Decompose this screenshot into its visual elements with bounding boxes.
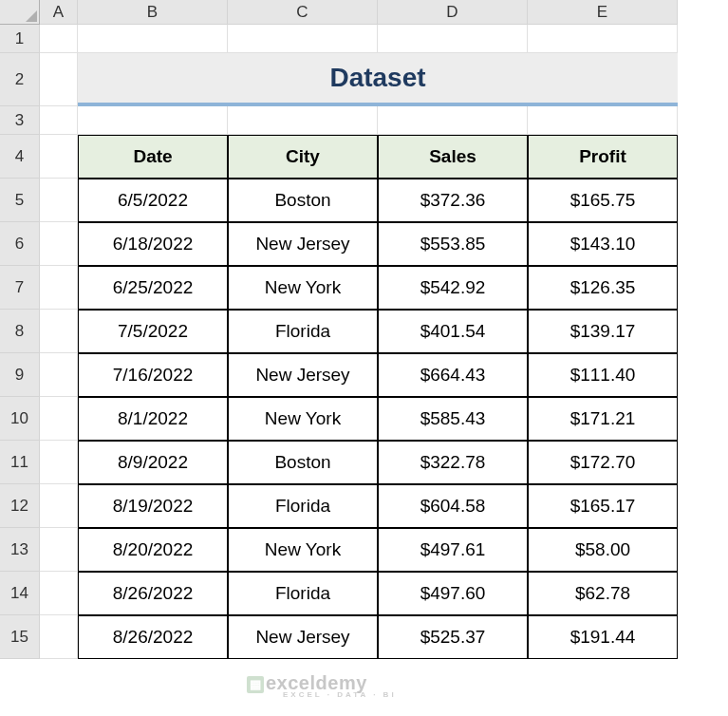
cell-A10[interactable] <box>40 397 78 441</box>
cell-A11[interactable] <box>40 441 78 484</box>
grid-icon: ▦ <box>247 676 264 693</box>
cell-date[interactable]: 8/9/2022 <box>78 441 228 484</box>
row-header-13[interactable]: 13 <box>0 528 40 572</box>
cell-sales[interactable]: $322.78 <box>378 441 528 484</box>
cell-sales[interactable]: $525.37 <box>378 615 528 659</box>
cell-sales[interactable]: $542.92 <box>378 266 528 310</box>
row-header-4[interactable]: 4 <box>0 135 40 179</box>
cell-E3[interactable] <box>528 106 678 135</box>
watermark-brand: exceldemy <box>266 672 367 693</box>
cell-B3[interactable] <box>78 106 228 135</box>
cell-A15[interactable] <box>40 615 78 659</box>
cell-A14[interactable] <box>40 572 78 615</box>
cell-profit[interactable]: $143.10 <box>528 222 678 266</box>
cell-A7[interactable] <box>40 266 78 310</box>
col-header-A[interactable]: A <box>40 0 78 25</box>
row-header-3[interactable]: 3 <box>0 106 40 135</box>
row-header-5[interactable]: 5 <box>0 179 40 222</box>
row-header-15[interactable]: 15 <box>0 615 40 659</box>
row-header-7[interactable]: 7 <box>0 266 40 310</box>
cell-A9[interactable] <box>40 353 78 397</box>
cell-profit[interactable]: $58.00 <box>528 528 678 572</box>
cell-A2[interactable] <box>40 53 78 106</box>
cell-city[interactable]: New Jersey <box>228 353 378 397</box>
cell-sales[interactable]: $553.85 <box>378 222 528 266</box>
spreadsheet-grid: A B C D E 1 2 Dataset 3 4 Date City Sale… <box>0 0 728 659</box>
col-header-D[interactable]: D <box>378 0 528 25</box>
row-header-6[interactable]: 6 <box>0 222 40 266</box>
cell-sales[interactable]: $585.43 <box>378 397 528 441</box>
col-header-E[interactable]: E <box>528 0 678 25</box>
cell-profit[interactable]: $111.40 <box>528 353 678 397</box>
cell-E1[interactable] <box>528 25 678 53</box>
cell-profit[interactable]: $126.35 <box>528 266 678 310</box>
cell-A3[interactable] <box>40 106 78 135</box>
cell-A6[interactable] <box>40 222 78 266</box>
row-header-10[interactable]: 10 <box>0 397 40 441</box>
table-header-city[interactable]: City <box>228 135 378 179</box>
watermark-tagline: EXCEL · DATA · BI <box>283 690 397 699</box>
row-header-1[interactable]: 1 <box>0 25 40 53</box>
cell-C3[interactable] <box>228 106 378 135</box>
col-header-B[interactable]: B <box>78 0 228 25</box>
col-header-C[interactable]: C <box>228 0 378 25</box>
cell-D1[interactable] <box>378 25 528 53</box>
cell-date[interactable]: 8/26/2022 <box>78 615 228 659</box>
row-header-12[interactable]: 12 <box>0 484 40 528</box>
cell-date[interactable]: 8/19/2022 <box>78 484 228 528</box>
cell-A4[interactable] <box>40 135 78 179</box>
dataset-title[interactable]: Dataset <box>78 53 678 106</box>
row-header-11[interactable]: 11 <box>0 441 40 484</box>
cell-city[interactable]: Florida <box>228 484 378 528</box>
cell-date[interactable]: 8/26/2022 <box>78 572 228 615</box>
cell-date[interactable]: 6/18/2022 <box>78 222 228 266</box>
watermark: ▦exceldemy EXCEL · DATA · BI <box>247 672 397 699</box>
cell-city[interactable]: New York <box>228 266 378 310</box>
cell-profit[interactable]: $165.75 <box>528 179 678 222</box>
cell-city[interactable]: New York <box>228 397 378 441</box>
cell-city[interactable]: Boston <box>228 179 378 222</box>
select-all-corner[interactable] <box>0 0 40 25</box>
row-header-2[interactable]: 2 <box>0 53 40 106</box>
table-header-sales[interactable]: Sales <box>378 135 528 179</box>
cell-sales[interactable]: $664.43 <box>378 353 528 397</box>
cell-profit[interactable]: $165.17 <box>528 484 678 528</box>
row-header-8[interactable]: 8 <box>0 310 40 353</box>
cell-profit[interactable]: $139.17 <box>528 310 678 353</box>
cell-date[interactable]: 8/1/2022 <box>78 397 228 441</box>
cell-city[interactable]: New Jersey <box>228 615 378 659</box>
cell-date[interactable]: 7/16/2022 <box>78 353 228 397</box>
cell-city[interactable]: Florida <box>228 310 378 353</box>
cell-city[interactable]: New York <box>228 528 378 572</box>
cell-sales[interactable]: $604.58 <box>378 484 528 528</box>
row-header-14[interactable]: 14 <box>0 572 40 615</box>
cell-city[interactable]: Florida <box>228 572 378 615</box>
cell-profit[interactable]: $191.44 <box>528 615 678 659</box>
cell-profit[interactable]: $172.70 <box>528 441 678 484</box>
cell-date[interactable]: 6/25/2022 <box>78 266 228 310</box>
cell-A1[interactable] <box>40 25 78 53</box>
row-header-9[interactable]: 9 <box>0 353 40 397</box>
cell-sales[interactable]: $497.60 <box>378 572 528 615</box>
cell-sales[interactable]: $401.54 <box>378 310 528 353</box>
cell-C1[interactable] <box>228 25 378 53</box>
cell-A5[interactable] <box>40 179 78 222</box>
cell-profit[interactable]: $171.21 <box>528 397 678 441</box>
cell-date[interactable]: 6/5/2022 <box>78 179 228 222</box>
cell-city[interactable]: Boston <box>228 441 378 484</box>
cell-profit[interactable]: $62.78 <box>528 572 678 615</box>
cell-A13[interactable] <box>40 528 78 572</box>
table-header-profit[interactable]: Profit <box>528 135 678 179</box>
cell-city[interactable]: New Jersey <box>228 222 378 266</box>
cell-A12[interactable] <box>40 484 78 528</box>
cell-date[interactable]: 7/5/2022 <box>78 310 228 353</box>
cell-B1[interactable] <box>78 25 228 53</box>
cell-sales[interactable]: $372.36 <box>378 179 528 222</box>
table-header-date[interactable]: Date <box>78 135 228 179</box>
cell-D3[interactable] <box>378 106 528 135</box>
cell-sales[interactable]: $497.61 <box>378 528 528 572</box>
cell-A8[interactable] <box>40 310 78 353</box>
cell-date[interactable]: 8/20/2022 <box>78 528 228 572</box>
